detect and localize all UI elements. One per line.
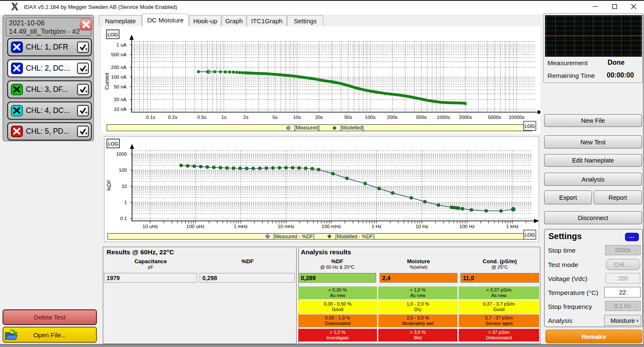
svg-text:2000s: 2000s bbox=[459, 115, 472, 120]
svg-text:0.2s: 0.2s bbox=[168, 115, 177, 120]
svg-text:%DF: %DF bbox=[106, 180, 112, 191]
svg-text:0.1s: 0.1s bbox=[146, 115, 155, 120]
svg-text:1s: 1s bbox=[221, 115, 226, 120]
svg-text:10000s: 10000s bbox=[509, 115, 525, 120]
svg-text:1 mHz: 1 mHz bbox=[234, 224, 248, 229]
svg-text:200 nA: 200 nA bbox=[111, 65, 127, 70]
svg-text:10 nA: 10 nA bbox=[114, 107, 127, 112]
svg-text:100 nA: 100 nA bbox=[111, 74, 127, 80]
svg-text:Current: Current bbox=[104, 72, 110, 90]
svg-text:200s: 200s bbox=[387, 115, 398, 120]
svg-text:0.5s: 0.5s bbox=[197, 115, 206, 120]
svg-text:10 Hz: 10 Hz bbox=[416, 224, 428, 229]
svg-text:1 kHz: 1 kHz bbox=[506, 224, 519, 229]
svg-text:5s: 5s bbox=[272, 115, 278, 120]
svg-text:100 Hz: 100 Hz bbox=[460, 224, 475, 229]
svg-text:10 uHz: 10 uHz bbox=[143, 224, 158, 229]
svg-text:X: X bbox=[11, 2, 18, 12]
svg-text:50 nA: 50 nA bbox=[114, 84, 127, 89]
svg-text:1 uA: 1 uA bbox=[116, 42, 127, 47]
svg-text:50s: 50s bbox=[344, 115, 352, 120]
svg-text:10s: 10s bbox=[293, 115, 301, 120]
svg-text:10: 10 bbox=[121, 184, 127, 189]
svg-text:1000: 1000 bbox=[116, 151, 127, 157]
svg-text:2s: 2s bbox=[243, 115, 248, 120]
svg-text:0.1: 0.1 bbox=[120, 216, 127, 221]
svg-text:10 mHz: 10 mHz bbox=[278, 224, 294, 229]
svg-text:500 nA: 500 nA bbox=[111, 52, 127, 57]
svg-text:LOG: LOG bbox=[107, 32, 118, 37]
svg-text:100s: 100s bbox=[365, 115, 376, 120]
svg-text:1: 1 bbox=[124, 200, 127, 205]
svg-text:LOG: LOG bbox=[108, 141, 118, 146]
svg-text:100 uHz: 100 uHz bbox=[187, 224, 205, 229]
svg-text:1 Hz: 1 Hz bbox=[372, 224, 382, 229]
svg-text:20s: 20s bbox=[315, 115, 323, 120]
svg-text:100 mHz: 100 mHz bbox=[322, 224, 341, 229]
svg-text:500s: 500s bbox=[416, 115, 427, 120]
svg-text:100: 100 bbox=[119, 168, 127, 173]
svg-text:5000s: 5000s bbox=[488, 115, 501, 120]
svg-text:1000s: 1000s bbox=[437, 115, 450, 120]
svg-text:20 nA: 20 nA bbox=[114, 97, 127, 102]
